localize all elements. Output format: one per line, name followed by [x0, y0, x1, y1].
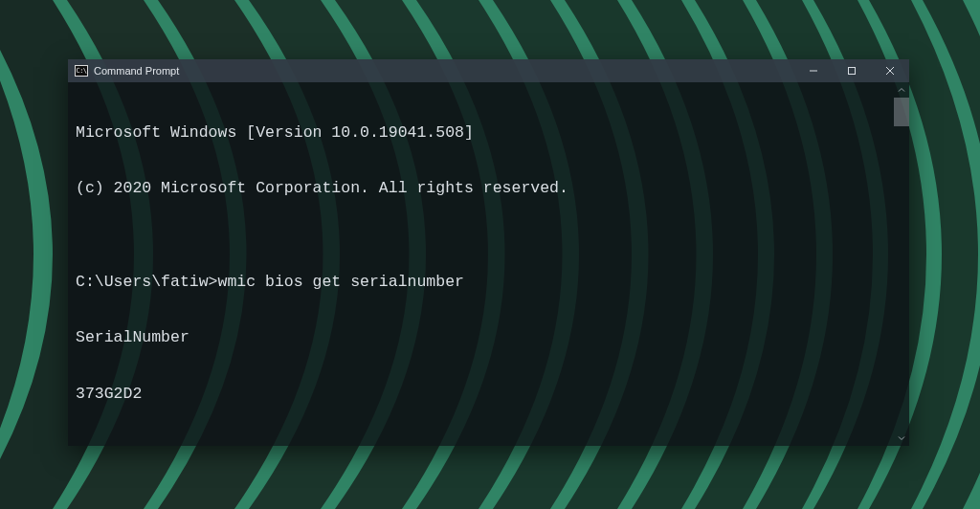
command-prompt-window: C:\ Command Prompt Microsoft Windows [Ve… [68, 59, 909, 446]
window-title: Command Prompt [94, 65, 179, 77]
svg-rect-4 [849, 68, 856, 75]
scroll-thumb[interactable] [894, 98, 909, 126]
typed-command: wmic bios get serialnumber [218, 273, 464, 291]
maximize-button[interactable] [833, 59, 871, 82]
scroll-up-icon[interactable] [894, 82, 909, 98]
scroll-down-icon[interactable] [894, 431, 909, 446]
banner-line: (c) 2020 Microsoft Corporation. All righ… [76, 179, 909, 197]
scrollbar[interactable] [894, 82, 909, 446]
titlebar[interactable]: C:\ Command Prompt [68, 59, 909, 82]
banner-line: Microsoft Windows [Version 10.0.19041.50… [76, 123, 909, 142]
terminal-output-area[interactable]: Microsoft Windows [Version 10.0.19041.50… [68, 82, 909, 446]
output-header: SerialNumber [76, 328, 909, 346]
prompt-line: C:\Users\fatiw>wmic bios get serialnumbe… [76, 273, 909, 291]
cmd-icon: C:\ [75, 65, 88, 77]
prompt-prefix: C:\Users\fatiw> [76, 273, 218, 291]
output-value: 373G2D2 [76, 385, 909, 403]
minimize-button[interactable] [794, 59, 833, 82]
close-button[interactable] [871, 59, 909, 82]
